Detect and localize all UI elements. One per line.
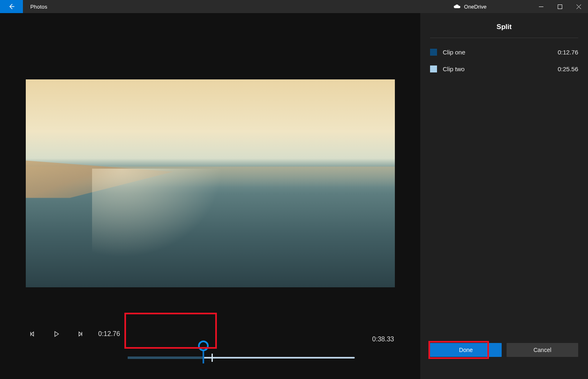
split-handle[interactable] — [198, 341, 209, 351]
split-handle-stem[interactable] — [203, 350, 204, 363]
panel-title: Split — [430, 20, 578, 38]
back-button[interactable] — [0, 0, 23, 13]
close-icon — [577, 5, 581, 9]
clip-duration: 0:12.76 — [558, 49, 578, 56]
clip-swatch — [430, 49, 437, 56]
window-close-button[interactable] — [569, 0, 588, 13]
window-minimize-button[interactable] — [532, 0, 550, 13]
step-back-button[interactable] — [28, 329, 38, 339]
clip-duration: 0:25.56 — [558, 65, 578, 72]
minimize-icon — [539, 5, 543, 9]
timeline[interactable] — [128, 340, 355, 364]
current-time-label: 0:12.76 — [98, 330, 120, 338]
clip-row: Clip two 0:25.56 — [430, 65, 578, 72]
clip-list: Clip one 0:12.76 Clip two 0:25.56 — [430, 49, 578, 72]
timeline-end-marker — [212, 354, 213, 362]
play-icon — [53, 331, 60, 337]
window-maximize-button[interactable] — [550, 0, 569, 13]
title-bar: Photos OneDrive — [0, 0, 588, 13]
clip-row: Clip one 0:12.76 — [430, 49, 578, 56]
onedrive-label: OneDrive — [464, 4, 487, 10]
clip-swatch — [430, 65, 437, 72]
cloud-icon — [453, 4, 461, 9]
arrow-left-icon — [8, 3, 15, 10]
clip-label: Clip two — [443, 65, 464, 72]
maximize-icon — [558, 5, 562, 9]
step-back-icon — [29, 331, 36, 337]
done-button-label: Done — [459, 347, 473, 353]
video-editor-area: 0:12.76 0:38.33 — [0, 13, 420, 379]
cancel-button[interactable]: Cancel — [507, 343, 578, 357]
player-controls: 0:12.76 0:38.33 — [0, 305, 420, 379]
timeline-segment-clip1 — [128, 356, 203, 359]
play-button[interactable] — [52, 329, 61, 339]
cancel-button-label: Cancel — [534, 347, 552, 353]
step-forward-icon — [77, 331, 83, 337]
total-time-label: 0:38.33 — [372, 336, 394, 343]
done-button[interactable]: Done — [430, 343, 502, 357]
clip-label: Clip one — [443, 49, 465, 56]
onedrive-status: OneDrive — [453, 4, 487, 10]
split-panel: Split Clip one 0:12.76 Clip two 0:25.56 … — [420, 13, 588, 379]
video-preview[interactable] — [26, 79, 395, 287]
app-title: Photos — [30, 4, 47, 10]
svg-rect-0 — [558, 5, 562, 9]
step-forward-button[interactable] — [75, 329, 85, 339]
